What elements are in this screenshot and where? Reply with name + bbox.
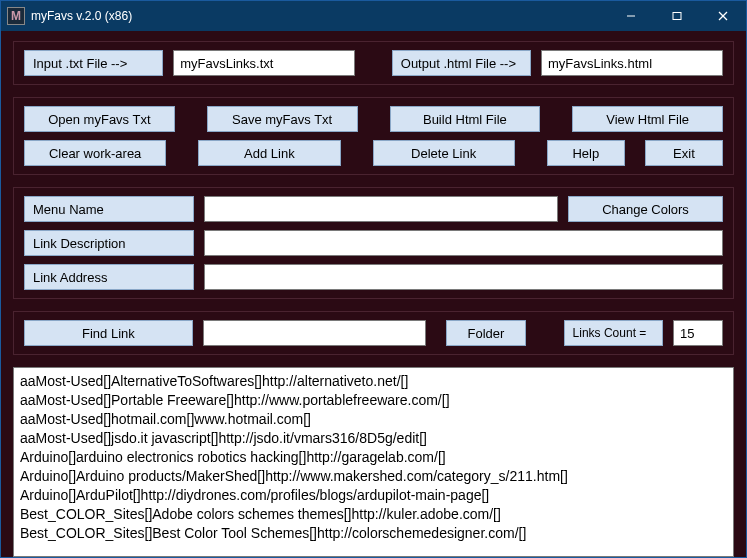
folder-button[interactable]: Folder: [446, 320, 526, 346]
list-item[interactable]: Arduino[]Arduino products/MakerShed[]htt…: [20, 467, 727, 486]
list-item[interactable]: Best_COLOR_Sites[]Adobe colors schemes t…: [20, 505, 727, 524]
save-txt-button[interactable]: Save myFavs Txt: [207, 106, 358, 132]
output-file-label: Output .html File -->: [392, 50, 531, 76]
find-panel: Find Link Folder Links Count =: [13, 311, 734, 355]
window-controls: [608, 1, 746, 31]
output-file-field[interactable]: [541, 50, 723, 76]
list-item[interactable]: aaMost-Used[]Portable Freeware[]http://w…: [20, 391, 727, 410]
open-txt-button[interactable]: Open myFavs Txt: [24, 106, 175, 132]
client-area: Input .txt File --> Output .html File --…: [1, 31, 746, 557]
find-link-field[interactable]: [203, 320, 426, 346]
link-description-field[interactable]: [204, 230, 723, 256]
titlebar: M myFavs v.2.0 (x86): [1, 1, 746, 31]
actions-panel: Open myFavs Txt Save myFavs Txt Build Ht…: [13, 97, 734, 175]
minimize-button[interactable]: [608, 1, 654, 31]
window-title: myFavs v.2.0 (x86): [31, 9, 608, 23]
find-link-button[interactable]: Find Link: [24, 320, 193, 346]
menu-name-label: Menu Name: [24, 196, 194, 222]
delete-link-button[interactable]: Delete Link: [373, 140, 515, 166]
exit-button[interactable]: Exit: [645, 140, 723, 166]
link-address-label: Link Address: [24, 264, 194, 290]
links-count-label: Links Count =: [564, 320, 663, 346]
build-html-button[interactable]: Build Html File: [390, 106, 541, 132]
links-count-value[interactable]: [673, 320, 723, 346]
close-button[interactable]: [700, 1, 746, 31]
svg-rect-1: [673, 13, 681, 20]
list-item[interactable]: aaMost-Used[]AlternativeToSoftwares[]htt…: [20, 372, 727, 391]
link-address-field[interactable]: [204, 264, 723, 290]
clear-workarea-button[interactable]: Clear work-area: [24, 140, 166, 166]
view-html-button[interactable]: View Html File: [572, 106, 723, 132]
maximize-button[interactable]: [654, 1, 700, 31]
input-file-field[interactable]: [173, 50, 355, 76]
list-item[interactable]: aaMost-Used[]jsdo.it javascript[]http://…: [20, 429, 727, 448]
list-item[interactable]: Best_COLOR_Sites[]Best Color Tool Scheme…: [20, 524, 727, 543]
links-list[interactable]: aaMost-Used[]AlternativeToSoftwares[]htt…: [13, 367, 734, 557]
input-file-label: Input .txt File -->: [24, 50, 163, 76]
menu-name-field[interactable]: [204, 196, 558, 222]
link-description-label: Link Description: [24, 230, 194, 256]
help-button[interactable]: Help: [547, 140, 625, 166]
list-item[interactable]: Arduino[]arduino electronics robotics ha…: [20, 448, 727, 467]
list-item[interactable]: aaMost-Used[]hotmail.com[]www.hotmail.co…: [20, 410, 727, 429]
change-colors-button[interactable]: Change Colors: [568, 196, 723, 222]
file-panel: Input .txt File --> Output .html File --…: [13, 41, 734, 85]
app-icon: M: [7, 7, 25, 25]
list-item[interactable]: Arduino[]ArduPilot[]http://diydrones.com…: [20, 486, 727, 505]
app-window: M myFavs v.2.0 (x86) Input .txt File -->…: [0, 0, 747, 558]
add-link-button[interactable]: Add Link: [198, 140, 340, 166]
link-form-panel: Menu Name Change Colors Link Description…: [13, 187, 734, 299]
